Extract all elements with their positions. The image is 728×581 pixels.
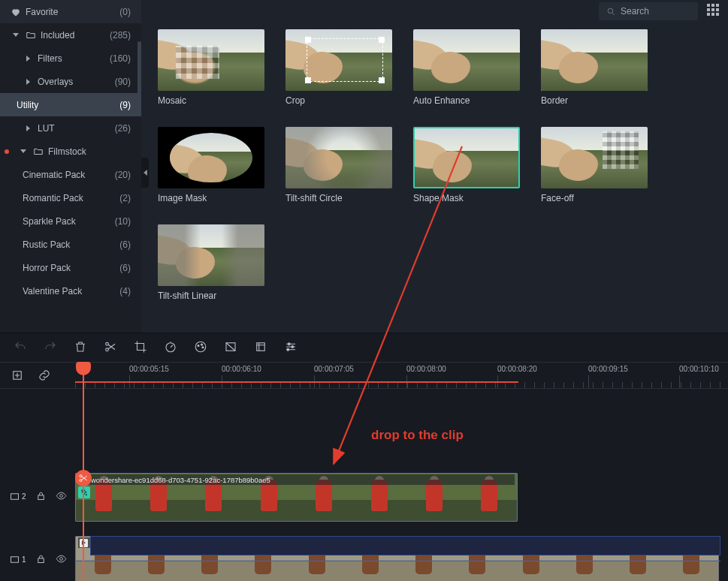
sidebar-count: (20): [108, 170, 131, 180]
folder-icon: [26, 30, 36, 41]
new-dot-icon: [5, 149, 9, 154]
sidebar-item-filters[interactable]: Filters (160): [0, 47, 141, 70]
speed-button[interactable]: [164, 340, 177, 356]
svg-rect-16: [11, 494, 19, 500]
track-number: 1: [22, 555, 26, 564]
track-number: 2: [22, 492, 26, 501]
undo-button[interactable]: [14, 340, 27, 356]
sidebar-label: Overlays: [38, 77, 73, 87]
baseline: [75, 561, 720, 561]
clip-label: wondershare-ec91dd68-d703-4751-92ac-1787…: [78, 474, 515, 485]
effect-preview: [285, 127, 392, 188]
effect-thumb-auto-enhance[interactable]: Auto Enhance: [413, 29, 520, 106]
playhead[interactable]: [83, 362, 84, 581]
split-button[interactable]: [104, 340, 117, 356]
adjust-button[interactable]: [284, 340, 298, 356]
sidebar-item-cinematic[interactable]: Cinematic Pack(20): [0, 163, 141, 186]
effect-thumb-border[interactable]: Border: [541, 29, 648, 106]
sidebar-label: Cinematic Pack: [23, 170, 85, 180]
svg-point-12: [287, 348, 289, 351]
sidebar-count: (2): [108, 193, 131, 203]
sidebar-count: (26): [108, 123, 131, 134]
track-row-2: 2 wondershare-ec91dd68-d703-4751-92ac-17…: [0, 473, 728, 518]
sidebar-count: (4): [108, 286, 131, 297]
visibility-icon[interactable]: [56, 553, 67, 567]
add-marker-button[interactable]: [11, 369, 24, 384]
sidebar-label: Utility: [17, 100, 38, 110]
track-header: 1: [0, 536, 75, 581]
effect-label: Tilt-shift Circle: [285, 193, 392, 203]
heart-icon: [11, 7, 21, 17]
sidebar-item-filmstock[interactable]: Filmstock: [0, 140, 141, 163]
ruler-tick: 00:00:05:15: [129, 365, 169, 373]
folder-icon: [33, 146, 44, 157]
effect-preview: [158, 224, 264, 286]
effect-thumb-face-off[interactable]: Face-off: [541, 127, 648, 203]
sidebar-item-sparkle[interactable]: Sparkle Pack(10): [0, 209, 141, 233]
svg-rect-19: [11, 557, 19, 563]
timeline-toolbar: [0, 333, 728, 363]
sidebar-label: Filmstock: [48, 146, 86, 157]
video-clip-1[interactable]: wondershare-ec91dd68-d703-4751-92ac-1787…: [75, 473, 518, 522]
track-header: 2: [0, 473, 75, 520]
color-button[interactable]: [194, 340, 207, 356]
link-button[interactable]: [38, 369, 51, 384]
crop-button[interactable]: [134, 340, 147, 356]
audio-strip[interactable]: [90, 536, 720, 555]
sidebar-label: Rustic Pack: [23, 239, 70, 250]
svg-point-11: [292, 345, 294, 348]
effect-thumb-tilt-shift-circle[interactable]: Tilt-shift Circle: [285, 127, 392, 203]
effect-preview: [285, 29, 392, 91]
mask-button[interactable]: [254, 340, 267, 356]
svg-point-5: [198, 345, 199, 346]
chevron-right-icon: [23, 53, 33, 64]
svg-point-18: [59, 494, 62, 497]
effect-thumb-tilt-shift-linear[interactable]: Tilt-shift Linear: [158, 224, 264, 301]
sidebar-item-favorite[interactable]: Favorite (0): [0, 0, 141, 23]
sidebar-count: (9): [108, 100, 131, 110]
effect-preview: [413, 29, 520, 91]
sidebar-label: Sparkle Pack: [23, 216, 76, 227]
sidebar-item-utility[interactable]: Utility (9): [0, 93, 141, 116]
svg-point-10: [288, 342, 290, 345]
annotation-text: drop to the clip: [371, 428, 464, 443]
lock-icon[interactable]: [35, 553, 47, 567]
sidebar-item-lut[interactable]: LUT (26): [0, 116, 141, 140]
sidebar-label: Included: [41, 30, 74, 41]
effect-thumb-shape-mask[interactable]: Shape Mask: [413, 127, 520, 203]
lock-icon[interactable]: [35, 490, 47, 504]
svg-rect-17: [38, 495, 44, 499]
sidebar-item-overlays[interactable]: Overlays (90): [0, 70, 141, 93]
effect-preview: [541, 29, 648, 91]
visibility-icon[interactable]: [56, 490, 67, 504]
sidebar-item-valentine[interactable]: Valentine Pack(4): [0, 279, 141, 303]
grid-view-icon[interactable]: [705, 2, 720, 17]
effect-label: Shape Mask: [413, 193, 520, 203]
sidebar-item-romantic[interactable]: Romantic Pack(2): [0, 186, 141, 209]
effect-label: Crop: [285, 95, 392, 106]
effect-preview: [413, 127, 520, 188]
effect-thumb-mosaic[interactable]: Mosaic: [158, 29, 264, 106]
ruler-tick: 00:00:06:10: [222, 365, 261, 373]
svg-point-0: [608, 8, 613, 14]
sidebar-count: (6): [108, 263, 131, 273]
sidebar-item-rustic[interactable]: Rustic Pack(6): [0, 233, 141, 256]
timeline-ruler[interactable]: 00:00:05:1500:00:06:1000:00:07:0500:00:0…: [0, 363, 728, 389]
sidebar-count: (160): [108, 53, 131, 64]
effect-preview: [541, 127, 648, 188]
playhead-split-icon[interactable]: [75, 470, 92, 486]
range-indicator: [75, 381, 518, 383]
sidebar-item-horror[interactable]: Horror Pack(6): [0, 256, 141, 279]
chevron-down-icon: [18, 146, 29, 157]
collapse-sidebar-button[interactable]: [141, 158, 149, 188]
redo-button[interactable]: [44, 340, 57, 356]
effect-preview: [158, 127, 264, 188]
green-screen-button[interactable]: [224, 340, 237, 356]
delete-button[interactable]: [74, 340, 87, 356]
effect-thumb-image-mask[interactable]: Image Mask: [158, 127, 264, 203]
sidebar-label: LUT: [38, 123, 55, 134]
sidebar-item-included[interactable]: Included (285): [0, 23, 141, 47]
svg-point-4: [195, 342, 206, 352]
effect-thumb-crop[interactable]: Crop: [285, 29, 392, 106]
sidebar-label: Filters: [38, 53, 62, 64]
